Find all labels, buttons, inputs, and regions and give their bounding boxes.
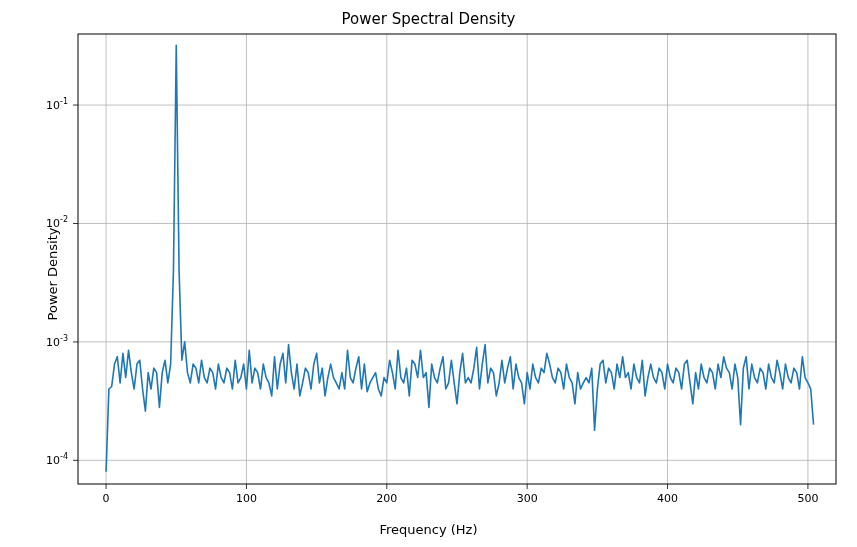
- y-tick-label: 10-3: [46, 334, 68, 349]
- chart-canvas: 010020030040050010-410-310-210-1: [0, 0, 857, 547]
- x-tick-label: 0: [103, 492, 110, 505]
- figure: Power Spectral Density Power Density Fre…: [0, 0, 857, 547]
- axes-box: [78, 34, 836, 484]
- x-tick-label: 300: [517, 492, 538, 505]
- x-tick-label: 500: [797, 492, 818, 505]
- y-tick-label: 10-4: [46, 452, 68, 467]
- psd-line: [106, 45, 813, 472]
- y-tick-label: 10-1: [46, 97, 68, 112]
- x-tick-label: 400: [657, 492, 678, 505]
- y-tick-label: 10-2: [46, 215, 68, 230]
- x-tick-label: 200: [376, 492, 397, 505]
- x-tick-label: 100: [236, 492, 257, 505]
